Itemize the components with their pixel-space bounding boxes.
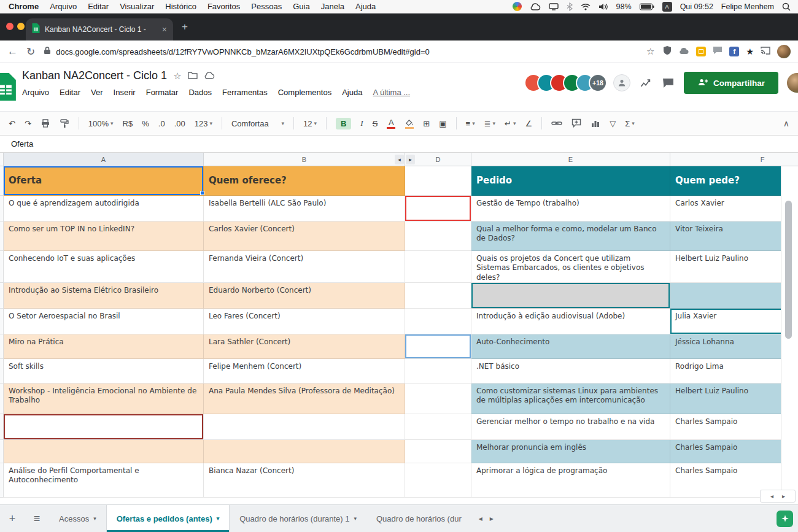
menubar-item[interactable]: Favoritos xyxy=(207,2,240,11)
tab-close-icon[interactable]: × xyxy=(162,25,167,34)
cast-icon[interactable] xyxy=(761,46,770,57)
sheets-menu-item[interactable]: Dados xyxy=(188,88,212,97)
cell-e[interactable]: Como customizar sistemas Linux para ambi… xyxy=(471,384,670,414)
comments-icon[interactable] xyxy=(662,78,674,88)
spotlight-icon[interactable] xyxy=(782,2,791,11)
cell-a[interactable]: Workshop - Inteligência Emocional no Amb… xyxy=(4,384,204,414)
cloud-extension-icon[interactable] xyxy=(678,46,689,57)
menubar-item[interactable]: Guia xyxy=(293,2,309,11)
cell-a[interactable]: Introdução ao Sistema Elétrico Brasileir… xyxy=(4,283,204,309)
zoom-select[interactable]: 100%▾ xyxy=(88,119,114,128)
cell-e[interactable]: Auto-Conhecimento xyxy=(471,334,670,359)
cell-d[interactable] xyxy=(405,414,471,440)
column-header-a[interactable]: A xyxy=(4,153,204,166)
cell-d[interactable] xyxy=(405,463,471,498)
formula-bar[interactable]: Oferta xyxy=(0,136,798,153)
explore-button[interactable] xyxy=(777,511,793,527)
cell-a[interactable]: Miro na Prática xyxy=(4,334,204,359)
window-close-button[interactable] xyxy=(6,23,14,30)
column-header-d[interactable]: D xyxy=(405,153,471,166)
sheets-menu-item[interactable]: Ferramentas xyxy=(222,88,268,97)
cell-a[interactable]: Soft skills xyxy=(4,359,204,384)
cell-f1[interactable]: Quem pede? xyxy=(670,166,798,196)
format-percent-button[interactable]: % xyxy=(142,119,149,128)
cell-a[interactable] xyxy=(4,414,204,440)
activity-icon[interactable] xyxy=(640,79,653,88)
cell-d[interactable] xyxy=(405,334,471,359)
cell-b[interactable]: Fernanda Vieira (Concert) xyxy=(204,251,405,283)
cell-b[interactable]: Leo Fares (Concert) xyxy=(204,309,405,334)
cell-b[interactable]: Carlos Xavier (Concert) xyxy=(204,222,405,251)
pinned-star-icon[interactable]: ★ xyxy=(746,47,754,56)
fill-color-button[interactable] xyxy=(405,118,414,129)
font-select[interactable]: Comfortaa▾ xyxy=(231,119,284,128)
cell-e1[interactable]: Pedido xyxy=(471,166,670,196)
sheets-extension-icon[interactable] xyxy=(696,47,706,56)
column-header-f[interactable]: F xyxy=(670,153,798,166)
anonymous-presence-icon[interactable] xyxy=(613,74,630,91)
vertical-align-button[interactable]: ≣▾ xyxy=(484,119,495,128)
cell-f[interactable]: Rodrigo Lima xyxy=(670,359,798,384)
color-app-icon[interactable] xyxy=(513,2,522,11)
tab-scroll-right-icon[interactable]: ▸ xyxy=(490,514,494,523)
sheet-tab[interactable]: Acessos▾ xyxy=(49,505,106,532)
scroll-right-icon[interactable]: ▸ xyxy=(782,493,785,499)
cell-a1-active[interactable]: Oferta xyxy=(4,166,204,196)
sheets-menu-item[interactable]: Complementos xyxy=(278,88,331,97)
menubar-item[interactable]: Janela xyxy=(321,2,344,11)
chevron-down-icon[interactable]: ▾ xyxy=(93,515,96,522)
cell-d[interactable] xyxy=(405,222,471,251)
move-folder-icon[interactable] xyxy=(188,71,198,81)
document-title[interactable]: Kanban NA2Concert - Ciclo 1 xyxy=(22,69,167,82)
input-source-icon[interactable]: A xyxy=(662,2,672,12)
chat-extension-icon[interactable] xyxy=(713,46,722,57)
menubar-item[interactable]: Visualizar xyxy=(120,2,154,11)
cell-a[interactable]: Conhecendo IoT e suas aplicações xyxy=(4,251,204,283)
cell-e[interactable]: Melhorar pronuncia em inglês xyxy=(471,440,670,463)
cell-a[interactable] xyxy=(4,440,204,463)
cell-b[interactable] xyxy=(204,414,405,440)
cell-e[interactable]: .NET básico xyxy=(471,359,670,384)
italic-button[interactable]: I xyxy=(360,118,363,128)
cell-d[interactable] xyxy=(405,309,471,334)
tab-scroll-left-icon[interactable]: ◂ xyxy=(479,514,482,523)
cell-d[interactable] xyxy=(405,196,471,222)
show-hidden-column-right-icon[interactable]: ▸ xyxy=(406,155,415,164)
battery-icon[interactable] xyxy=(640,3,654,10)
vertical-scrollbar[interactable] xyxy=(781,166,798,498)
insert-link-button[interactable] xyxy=(551,118,562,128)
functions-button[interactable]: Σ▾ xyxy=(625,119,635,128)
cell-b[interactable] xyxy=(204,440,405,463)
cell-f[interactable]: Jéssica Lohanna xyxy=(670,334,798,359)
sheets-menu-item[interactable]: Editar xyxy=(60,88,80,97)
shield-extension-icon[interactable] xyxy=(663,45,672,58)
cell-e[interactable]: Gerenciar melhor o tempo no trabalho e n… xyxy=(471,414,670,440)
column-header-b[interactable]: B xyxy=(204,153,405,166)
paint-format-button[interactable] xyxy=(60,118,69,128)
cell-f[interactable]: Helbert Luiz Paulino xyxy=(670,251,798,283)
menubar-item[interactable]: Ajuda xyxy=(355,2,376,11)
menubar-item[interactable]: Editar xyxy=(88,2,109,11)
collaborators-overflow-badge[interactable]: +18 xyxy=(589,74,607,92)
sheets-menu-item[interactable]: Formatar xyxy=(146,88,179,97)
cloud-icon[interactable] xyxy=(530,3,541,10)
scroll-left-icon[interactable]: ◂ xyxy=(770,493,773,499)
cell-a[interactable]: Como ser um TOP IN no LinkedIN? xyxy=(4,222,204,251)
chevron-down-icon[interactable]: ▾ xyxy=(354,515,357,522)
sheet-tab[interactable]: Quadro de horários (dur xyxy=(366,505,471,532)
menubar-item[interactable]: Histórico xyxy=(165,2,196,11)
cell-e[interactable]: Introdução à edição audiovisual (Adobe) xyxy=(471,309,670,334)
cell-d[interactable] xyxy=(405,440,471,463)
show-hidden-column-left-icon[interactable]: ◂ xyxy=(395,155,404,164)
all-sheets-button[interactable]: ≡ xyxy=(25,505,49,532)
omnibox[interactable]: docs.google.com/spreadsheets/d/12fRY7VwO… xyxy=(44,46,654,57)
sheets-menu-item[interactable]: Inserir xyxy=(114,88,136,97)
text-color-button[interactable]: A xyxy=(387,118,395,129)
reload-button[interactable]: ↻ xyxy=(26,45,35,58)
cell-f[interactable]: Carlos Xavier xyxy=(670,196,798,222)
sheet-tab[interactable]: Ofertas e pedidos (antes)▾ xyxy=(106,505,230,532)
chevron-down-icon[interactable]: ▾ xyxy=(217,515,220,522)
bold-button[interactable]: B xyxy=(336,118,351,129)
share-button[interactable]: Compartilhar xyxy=(684,72,778,94)
last-edit-link[interactable]: A última ... xyxy=(373,88,410,97)
